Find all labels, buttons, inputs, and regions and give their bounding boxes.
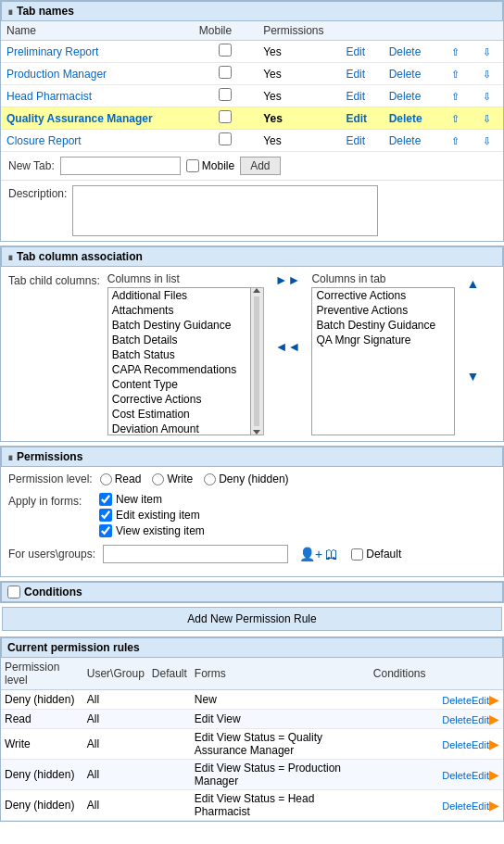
description-textarea[interactable] — [72, 185, 378, 236]
radio-deny[interactable]: Deny (hidden) — [204, 472, 288, 485]
tab-name-cell: Production Manager — [1, 63, 194, 85]
list-item[interactable]: Batch Status — [108, 347, 250, 362]
radio-write[interactable]: Write — [152, 472, 193, 485]
new-tab-input[interactable] — [60, 157, 181, 175]
conditions-toggle-checkbox[interactable] — [7, 586, 20, 598]
tab-move-down-button[interactable]: ⇩ — [482, 47, 492, 57]
list-item[interactable]: Corrective Actions — [108, 392, 250, 407]
tab-col-title: Tab column association — [17, 250, 143, 263]
list-item[interactable]: Deviation Amount — [108, 422, 250, 435]
move-right-button[interactable]: ►► — [275, 272, 301, 287]
view-existing-check[interactable]: View existing item — [99, 524, 205, 537]
tab-move-up-button[interactable]: ⇧ — [450, 136, 460, 146]
tab-delete-link[interactable]: Delete — [389, 68, 422, 81]
edit-existing-check[interactable]: Edit existing item — [99, 509, 205, 522]
tab-edit-link[interactable]: Edit — [346, 68, 365, 81]
forms-cell: Edit View Status = Production Manager — [191, 760, 370, 790]
edit-rule-link[interactable]: Edit — [472, 695, 489, 706]
new-tab-row: New Tab: Mobile Add — [1, 152, 503, 181]
list-item[interactable]: Cost Estimation — [108, 407, 250, 422]
permission-level-radio-group: Read Write Deny (hidden) — [100, 472, 289, 485]
tab-name-link[interactable]: Quality Assurance Manager — [6, 112, 153, 125]
delete-rule-link[interactable]: Delete — [442, 714, 472, 725]
tab-mobile-checkbox[interactable] — [219, 110, 232, 123]
tab-move-down-button[interactable]: ⇩ — [482, 69, 492, 80]
list-item[interactable]: Preventive Actions — [312, 303, 454, 318]
tab-move-down-button[interactable]: ⇩ — [482, 136, 492, 146]
default-checkbox[interactable] — [351, 548, 363, 561]
tab-delete-link[interactable]: Delete — [389, 45, 422, 58]
new-tab-mobile-checkbox[interactable] — [186, 159, 199, 172]
new-item-checkbox[interactable] — [99, 493, 112, 506]
tab-edit-link[interactable]: Edit — [346, 90, 365, 103]
list-item[interactable]: Batch Destiny Guidance — [108, 318, 250, 333]
tab-mobile-checkbox[interactable] — [219, 66, 232, 79]
columns-in-list[interactable]: Additional FilesAttachmentsBatch Destiny… — [107, 287, 251, 435]
radio-read-input[interactable] — [100, 473, 112, 485]
list-item[interactable]: Content Type — [108, 377, 250, 392]
radio-deny-input[interactable] — [204, 473, 216, 485]
add-user-icon-button[interactable]: 👤+ — [299, 547, 322, 561]
list-item[interactable]: Attachments — [108, 303, 250, 318]
default-cell — [148, 729, 191, 760]
tab-name-link[interactable]: Closure Report — [6, 134, 82, 147]
perm-collapse-icon[interactable]: ∎ — [7, 452, 13, 462]
edit-rule-link[interactable]: Edit — [472, 714, 489, 725]
tab-mobile-checkbox[interactable] — [219, 44, 232, 57]
list-item[interactable]: Batch Destiny Guidance — [312, 318, 454, 333]
delete-rule-link[interactable]: Delete — [442, 739, 472, 750]
list-item[interactable]: CAPA Recommendations — [108, 362, 250, 377]
tab-move-up-button[interactable]: ⇧ — [450, 114, 460, 124]
reorder-arrows: ▲ ▼ — [462, 272, 479, 384]
move-up-button[interactable]: ▲ — [466, 276, 479, 291]
tab-edit-link[interactable]: Edit — [346, 112, 367, 125]
edit-rule-link[interactable]: Edit — [472, 800, 489, 812]
tab-col-collapse-icon[interactable]: ∎ — [7, 252, 13, 262]
edit-rule-link[interactable]: Edit — [472, 739, 489, 750]
edit-rule-link[interactable]: Edit — [472, 770, 489, 781]
collapse-icon[interactable]: ∎ — [7, 6, 13, 17]
view-existing-checkbox[interactable] — [99, 524, 112, 537]
tab-move-down-button[interactable]: ⇩ — [482, 92, 492, 102]
tab-mobile-cell — [194, 85, 258, 107]
list-item[interactable]: Additional Files — [108, 288, 250, 303]
radio-read[interactable]: Read — [100, 472, 142, 485]
delete-rule-link[interactable]: Delete — [442, 770, 472, 781]
tab-mobile-cell — [194, 63, 258, 85]
new-item-label: New item — [116, 493, 162, 506]
tab-edit-link[interactable]: Edit — [346, 45, 365, 58]
list-item[interactable]: QA Mngr Signature — [312, 333, 454, 347]
browse-users-button[interactable]: 🕮 — [325, 547, 338, 561]
columns-in-tab[interactable]: Corrective ActionsPreventive ActionsBatc… — [311, 287, 455, 435]
tab-move-up-button[interactable]: ⇧ — [450, 47, 460, 57]
move-down-button[interactable]: ▼ — [466, 369, 479, 384]
add-permission-rule-button[interactable]: Add New Permission Rule — [2, 607, 502, 631]
new-item-check[interactable]: New item — [99, 493, 205, 506]
list-item[interactable]: Corrective Actions — [312, 288, 454, 303]
add-tab-button[interactable]: Add — [240, 157, 280, 175]
tab-edit-link[interactable]: Edit — [346, 134, 365, 147]
tab-delete-link[interactable]: Delete — [389, 134, 422, 147]
tab-delete-link[interactable]: Delete — [389, 90, 422, 103]
users-groups-input[interactable] — [103, 545, 288, 563]
radio-write-input[interactable] — [152, 473, 164, 485]
tab-move-up-button[interactable]: ⇧ — [450, 69, 460, 80]
columns-in-tab-label: Columns in tab — [311, 272, 455, 285]
tab-mobile-checkbox[interactable] — [219, 88, 232, 101]
tab-name-link[interactable]: Head Pharmacist — [6, 90, 92, 103]
col-user-group: User\Group — [83, 658, 148, 690]
permission-rule-row: Deny (hidden) All Edit View Status = Hea… — [1, 790, 503, 821]
tab-delete-link[interactable]: Delete — [389, 112, 422, 125]
tab-move-up-button[interactable]: ⇧ — [450, 92, 460, 102]
edit-existing-checkbox[interactable] — [99, 509, 112, 522]
delete-rule-link[interactable]: Delete — [442, 800, 472, 812]
tab-name-link[interactable]: Production Manager — [6, 68, 107, 81]
tab-move-down-button[interactable]: ⇩ — [482, 114, 492, 124]
default-check-label[interactable]: Default — [351, 548, 401, 561]
tab-name-link[interactable]: Preliminary Report — [6, 45, 98, 58]
tab-mobile-checkbox[interactable] — [219, 132, 232, 145]
move-left-button[interactable]: ◄◄ — [275, 339, 301, 354]
user-group-cell: All — [83, 690, 148, 710]
list-item[interactable]: Batch Details — [108, 333, 250, 347]
delete-rule-link[interactable]: Delete — [442, 695, 472, 706]
